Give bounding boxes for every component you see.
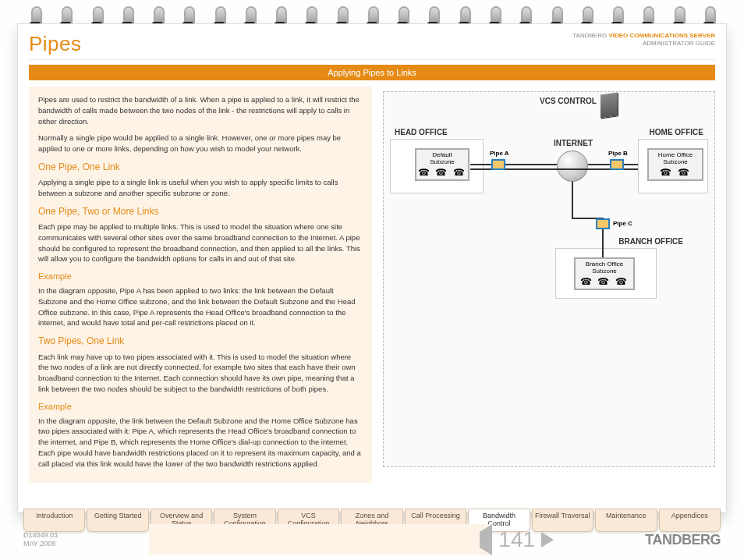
body-paragraph: In the diagram opposite, the link betwee… [38,416,363,470]
prev-page-arrow[interactable] [149,524,492,555]
text-column: Pipes are used to restrict the bandwidth… [29,87,372,483]
phone-icon: ☎ ☎ [649,167,702,178]
head-office-label: HEAD OFFICE [395,128,448,136]
pipe-a-label: Pipe A [490,150,509,157]
header-meta: TANDBERG VIDEO COMMUNICATIONS SERVER ADM… [572,32,715,48]
pager: 141 [149,524,554,555]
home-subzone: Home Office Subzone ☎ ☎ [647,148,703,181]
internet-label: INTERNET [554,139,593,147]
intro-paragraph: Normally a single pipe would be applied … [38,133,363,154]
link-line [572,182,573,218]
server-icon [601,92,618,118]
page-number: 141 [498,527,535,552]
page-title: Pipes [29,32,82,56]
body-paragraph: In the diagram opposite, Pipe A has been… [38,285,363,328]
body-paragraph: Applying a single pipe to a single link … [38,177,363,199]
phone-icon: ☎ ☎ ☎ [416,167,468,178]
pipe-b-label: Pipe B [608,150,628,157]
brand-logo: TANDBERG [645,532,721,548]
pipe-c-label: Pipe C [613,220,632,227]
default-subzone: Default Subzone ☎ ☎ ☎ [415,148,469,181]
pipe-b [610,159,624,170]
doc-id: D14049.03MAY 2008 [23,531,58,548]
body-paragraph: Each pipe may be applied to multiple lin… [38,222,363,264]
pipe-a [491,159,505,170]
intro-paragraph: Pipes are used to restrict the bandwidth… [38,94,363,126]
section-heading: One Pipe, Two or More Links [38,205,363,218]
vcs-label: VCS CONTROL [540,97,597,105]
example-heading: Example [38,401,363,413]
link-line [470,164,557,165]
next-page-arrow[interactable] [541,532,554,548]
link-line [602,229,604,257]
branch-office-label: BRANCH OFFICE [618,237,683,246]
example-heading: Example [38,271,363,283]
section-heading: Two Pipes, One Link [38,335,363,348]
network-diagram: VCS CONTROL HEAD OFFICE HOME OFFICE INTE… [383,91,715,467]
section-banner: Applying Pipes to Links [29,65,715,80]
branch-subzone: Branch Office Subzone ☎ ☎ ☎ [574,257,635,290]
home-office-label: HOME OFFICE [650,128,703,136]
pipe-c [596,218,610,229]
phone-icon: ☎ ☎ ☎ [576,276,633,287]
globe-icon [557,151,588,182]
section-heading: One Pipe, One Link [38,161,363,174]
body-paragraph: Each link may have up to two pipes assoc… [38,352,363,395]
